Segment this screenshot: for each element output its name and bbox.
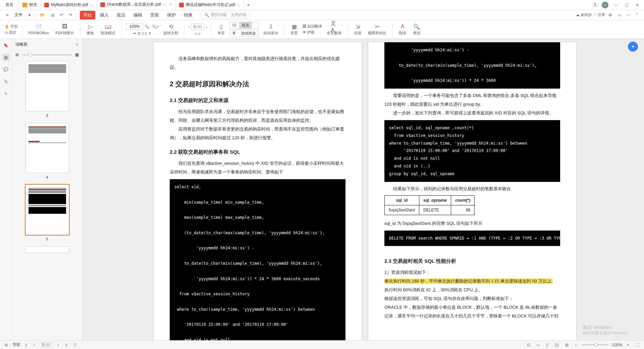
maximize-icon[interactable]: ▢ xyxy=(623,3,630,7)
full-translate-button[interactable]: 文A全文翻译 xyxy=(325,22,343,36)
attachment-icon[interactable]: 📎 xyxy=(2,78,10,85)
notification-badge[interactable]: 3 xyxy=(592,3,598,7)
minimize-icon[interactable]: — xyxy=(612,3,619,7)
pdf-to-image-button[interactable]: 🖼PDF转图片 xyxy=(54,22,76,36)
page-input[interactable]: 5/40 xyxy=(191,23,204,30)
undo-icon[interactable]: ↶ xyxy=(58,11,65,19)
last-page-icon[interactable]: ›| xyxy=(64,343,69,347)
thumb-list[interactable]: 3 4 5 xyxy=(12,59,82,340)
single-page-button[interactable]: ▯单页 xyxy=(215,22,227,36)
close-window-icon[interactable]: ✕ xyxy=(634,3,641,7)
thumb-zoom-slider[interactable] xyxy=(22,54,72,55)
more-icon[interactable]: ⋯ xyxy=(625,11,633,19)
autoscroll-button[interactable]: ⇩自动滚动 xyxy=(261,22,280,36)
menu-tab-convert[interactable]: 转换 xyxy=(180,11,196,19)
zoom-input[interactable]: 100% xyxy=(126,23,144,30)
avatar[interactable] xyxy=(602,2,608,8)
prev-page-icon[interactable]: ‹ xyxy=(189,25,190,29)
zoom-out-icon[interactable]: 🔍- xyxy=(145,24,151,29)
fit-height-icon[interactable]: ⇕ xyxy=(148,31,151,36)
next-page-icon[interactable]: › xyxy=(206,25,207,29)
fit-page-icon[interactable]: ⊡ xyxy=(138,31,141,36)
nav-label[interactable]: 导航 xyxy=(12,342,20,348)
next-page-icon[interactable]: › xyxy=(56,343,60,347)
background-button[interactable]: ▦背景 xyxy=(288,22,300,36)
thumb-grid-icon[interactable]: ⊞ xyxy=(15,52,19,57)
zoom-out-icon[interactable]: − xyxy=(573,343,578,347)
last-page-icon[interactable]: » xyxy=(199,32,201,36)
tab-home[interactable]: 首页 xyxy=(0,0,19,10)
pdf-to-office-button[interactable]: 📄PDF转Office xyxy=(26,22,51,36)
document-area[interactable]: ✦ 业务高峰和数据增长的风险能力，需对其他隐患进行摸底排查，并提出相应的优化建议… xyxy=(83,39,644,340)
view-mode-4-icon[interactable]: ▯▯ xyxy=(553,343,560,347)
zoom-in-icon[interactable]: + xyxy=(626,343,631,347)
gear-icon[interactable]: ⚙ xyxy=(606,11,614,19)
bookmark-icon[interactable]: 🔖 xyxy=(2,42,10,49)
collapse-icon[interactable]: ˄ xyxy=(634,11,640,19)
window-icon[interactable]: ▭ xyxy=(615,11,623,19)
thumb-settings-icon[interactable]: ▦ xyxy=(75,52,79,57)
zoom-slider[interactable] xyxy=(582,344,608,345)
prev-page-icon[interactable]: ‹ xyxy=(32,343,36,347)
view-mode-2-icon[interactable]: ▭ xyxy=(535,343,541,347)
close-icon[interactable]: ✕ xyxy=(169,3,172,6)
first-page-icon[interactable]: « xyxy=(195,32,197,36)
menu-icon[interactable]: ≡ xyxy=(4,11,10,19)
zoom-in-icon[interactable]: 🔍+ xyxy=(152,24,159,29)
fit-icon[interactable]: ⊞ xyxy=(564,343,570,347)
menu-tab-page[interactable]: 页面 xyxy=(147,11,162,19)
fullscreen-icon[interactable]: ⛶ xyxy=(634,343,641,347)
signature-icon[interactable]: ✎ xyxy=(2,90,10,97)
tab-new[interactable]: + xyxy=(244,0,253,10)
thumb-item[interactable]: 5 xyxy=(12,185,82,241)
read-mode-button[interactable]: 📖阅读模式 xyxy=(99,22,117,36)
hand-tool[interactable]: ✋ 手型 xyxy=(5,24,18,29)
chevron-down-icon[interactable]: ▾ xyxy=(26,11,33,19)
compress-button[interactable]: ⇲压缩 xyxy=(352,22,363,36)
word-translate[interactable]: ☰ 划词翻译 xyxy=(303,24,322,29)
thumb-item[interactable] xyxy=(12,246,82,253)
search-input[interactable]: 🔍查找功能、文档内容 xyxy=(201,11,251,19)
crop-compare-button[interactable]: ✂截图和对比 xyxy=(366,22,388,36)
redo-icon[interactable]: ↷ xyxy=(67,11,74,19)
menu-tab-protect[interactable]: 保护 xyxy=(164,11,179,19)
find-button[interactable]: 🔍查找 xyxy=(411,22,422,36)
read-aloud-button[interactable]: A朗读 xyxy=(397,22,408,36)
tab-menu-icon[interactable]: ▭ xyxy=(90,3,93,7)
rotate-button[interactable]: ⟲旋转文档 xyxy=(161,22,180,36)
view-mode-3-icon[interactable]: ▯ xyxy=(545,343,550,347)
first-page-icon[interactable]: |‹ xyxy=(24,343,29,347)
ai-assistant-button[interactable]: ✦ xyxy=(628,42,638,52)
tab-mybatis[interactable]: MyBatis源码分析.pdf▭ xyxy=(41,0,97,10)
actual-size-icon[interactable]: 1:1 xyxy=(142,32,147,36)
sidebar-toggle-icon[interactable]: ⧉ xyxy=(3,343,9,347)
tab-oracle[interactable]: Oracle数据库...化实践分析.pdf▭✕ xyxy=(97,0,176,10)
open-icon[interactable]: 📂 xyxy=(38,11,47,19)
close-icon[interactable]: ✕ xyxy=(75,42,79,47)
thumbnail-icon[interactable]: ▦ xyxy=(2,54,10,61)
tab-redis[interactable]: 腾讯压轴Redis学习笔记.pdf▭ xyxy=(176,0,244,10)
double-page-toggle[interactable]: ▯▯双页 xyxy=(229,22,259,29)
share-button[interactable]: ↗ 分享 xyxy=(593,12,605,17)
play-button[interactable]: ▷播放 xyxy=(85,22,96,36)
eye-protect[interactable]: 👁 护眼 xyxy=(303,30,322,35)
menu-tab-edit[interactable]: 编辑 xyxy=(130,11,146,19)
view-mode-1-icon[interactable]: ⊡ xyxy=(526,343,532,347)
comment-icon[interactable]: 💬 xyxy=(2,66,10,73)
menu-tab-insert[interactable]: 插入 xyxy=(97,11,112,19)
page-input[interactable]: 5/40 xyxy=(40,342,53,348)
menu-tab-comment[interactable]: 批注 xyxy=(113,11,129,19)
marker-icon[interactable]: ▽ xyxy=(72,343,78,347)
continuous-toggle[interactable]: ≣连续阅读 xyxy=(229,30,259,37)
print-icon[interactable]: 🖨 xyxy=(49,11,57,19)
tab-menu-icon[interactable]: ▭ xyxy=(237,3,240,7)
thumb-item[interactable]: 4 xyxy=(12,123,82,179)
unsync-label[interactable]: ☁ 未同步 xyxy=(576,12,592,17)
file-menu[interactable]: 文件 xyxy=(12,11,25,19)
select-tool[interactable]: ▭ 选定 xyxy=(5,30,16,35)
tab-daoqiao[interactable]: 稻壳 xyxy=(19,0,41,10)
tab-menu-icon[interactable]: ▭ xyxy=(163,3,166,6)
thumb-item[interactable]: 3 xyxy=(12,61,82,117)
menu-tab-start[interactable]: 开始 xyxy=(80,11,95,19)
fit-width-icon[interactable]: ⇔ xyxy=(133,31,136,36)
